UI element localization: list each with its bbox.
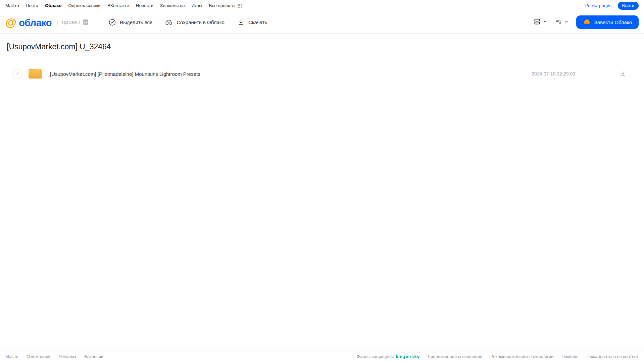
kaspersky-protection: Файлы защищены kaspersky — [357, 354, 420, 359]
orange-cloud-icon — [583, 18, 591, 27]
nav-item-pochta[interactable]: Почта — [26, 3, 39, 8]
folder-content: [UsupovMarket.com] U_32464 [U — [0, 42, 644, 82]
download-button[interactable]: Скачать — [237, 18, 267, 26]
check-circle-icon — [108, 18, 116, 26]
chevron-down-icon — [564, 19, 569, 25]
project-label: проект — [62, 19, 81, 25]
sort-control[interactable] — [555, 18, 569, 27]
get-cloud-label: Завести Облако — [594, 19, 632, 25]
download-icon — [620, 70, 627, 78]
nav-item-odnoklassniki[interactable]: Одноклассники — [68, 3, 100, 8]
footer-link-license[interactable]: Лицензионное соглашение — [428, 354, 482, 359]
nav-item-oblako[interactable]: Облако — [45, 3, 61, 8]
nav-item-all-projects[interactable]: Все проекты — [209, 3, 242, 8]
chevron-down-icon — [543, 19, 547, 25]
footer-link-help[interactable]: Помощь — [561, 354, 578, 359]
save-to-cloud-label: Сохранить в Облако — [177, 19, 225, 25]
select-all-button[interactable]: Выделить все — [108, 18, 152, 26]
file-toolbar: Выделить все Сохранить в Облако Скач — [108, 18, 267, 26]
list-view-icon — [533, 18, 541, 27]
vk-icon: vk — [83, 19, 88, 25]
header-right-controls: Завести Облако — [533, 15, 639, 29]
nav-item-vkontakte[interactable]: ВКонтакте — [107, 3, 129, 8]
logo-divider: | — [57, 19, 58, 25]
portal-nav-links: Mail.ru Почта Облако Одноклассники ВКонт… — [5, 3, 242, 8]
footer-link-jobs[interactable]: Вакансии — [84, 354, 103, 359]
all-projects-label: Все проекты — [209, 3, 235, 8]
get-cloud-button[interactable]: Завести Облако — [576, 15, 639, 29]
file-name-link[interactable]: [UsupovMarket.com] [Pilotmadeleine] Moun… — [50, 71, 200, 77]
file-row[interactable]: [UsupovMarket.com] [Pilotmadeleine] Moun… — [7, 65, 637, 82]
portal-nav: Mail.ru Почта Облако Одноклассники ВКонт… — [0, 0, 644, 11]
nav-item-znakomstva[interactable]: Знакомства — [160, 3, 185, 8]
nav-item-mailru[interactable]: Mail.ru — [5, 3, 19, 8]
footer-link-report-content[interactable]: Пожаловаться на контент — [587, 354, 639, 359]
page-footer: Mail.ru О компании Реклама Вакансии Файл… — [0, 351, 644, 362]
nav-item-novosti[interactable]: Новости — [136, 3, 153, 8]
download-label: Скачать — [248, 19, 267, 25]
protected-label: Файлы защищены — [357, 354, 394, 359]
download-icon — [237, 18, 245, 26]
cloud-upload-icon — [165, 18, 173, 26]
view-mode-control[interactable] — [533, 18, 547, 27]
save-to-cloud-button[interactable]: Сохранить в Облако — [165, 18, 225, 26]
folder-icon — [28, 67, 43, 80]
sort-icon — [555, 18, 562, 27]
mailru-at-icon: @ — [5, 16, 16, 28]
file-date: 2018-07-10 22:29:00 — [532, 71, 575, 76]
portal-nav-auth: Регистрация Войти — [585, 2, 639, 10]
select-all-label: Выделить все — [120, 19, 152, 25]
footer-link-mailru[interactable]: Mail.ru — [5, 354, 18, 359]
footer-right-links: Файлы защищены kaspersky Лицензионное со… — [357, 354, 639, 359]
cloud-logo-text: облако — [19, 18, 52, 28]
cloud-header: @ облако | проект vk Выделить все — [0, 11, 644, 34]
registration-link[interactable]: Регистрация — [585, 3, 612, 8]
login-button[interactable]: Войти — [618, 2, 639, 10]
footer-left-links: Mail.ru О компании Реклама Вакансии — [5, 354, 103, 359]
page-title: [UsupovMarket.com] U_32464 — [7, 42, 637, 51]
footer-link-ads[interactable]: Реклама — [59, 354, 76, 359]
row-checkbox[interactable] — [12, 69, 22, 79]
footer-link-recommendation-tech[interactable]: Рекомендательные технологии — [490, 354, 553, 359]
cloud-logo[interactable]: @ облако | проект vk — [5, 16, 88, 28]
kaspersky-logo[interactable]: kaspersky — [396, 354, 419, 359]
row-download-button[interactable] — [620, 70, 627, 78]
check-icon — [15, 71, 20, 77]
footer-link-company[interactable]: О компании — [27, 354, 51, 359]
nav-item-igry[interactable]: Игры — [192, 3, 202, 8]
apps-grid-icon — [238, 4, 242, 8]
